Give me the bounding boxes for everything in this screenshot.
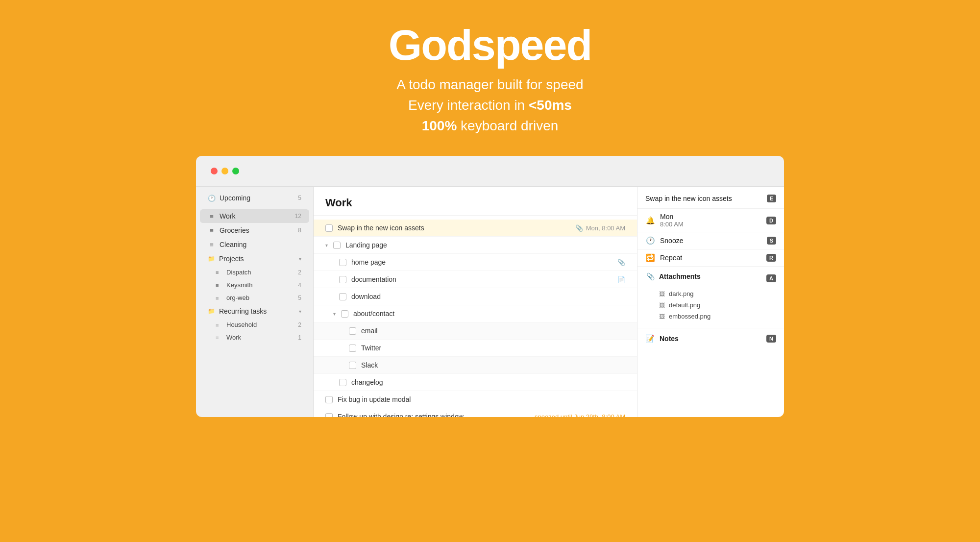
attachments-kbd[interactable]: A xyxy=(766,274,776,282)
sidebar: 🕐 Upcoming 5 ≡ Work 12 ≡ Groceries 8 xyxy=(196,187,314,417)
task-checkbox[interactable] xyxy=(349,362,356,369)
sidebar-group-recurring[interactable]: 📁 Recurring tasks ▾ xyxy=(200,304,309,318)
folder-icon-projects: 📁 xyxy=(208,255,215,262)
panel-snooze-row[interactable]: 🕐 Snooze S xyxy=(637,232,784,249)
expand-icon[interactable]: ▾ xyxy=(333,311,339,317)
app-title: Godspeed xyxy=(389,24,591,67)
sidebar-item-recurring-work[interactable]: ≡ Work 1 xyxy=(200,331,309,344)
task-checkbox[interactable] xyxy=(339,293,346,300)
sidebar-item-upcoming[interactable]: 🕐 Upcoming 5 xyxy=(200,191,309,205)
household-label: Household xyxy=(226,321,298,328)
snooze-icon: 🕐 xyxy=(645,236,655,245)
task-row[interactable]: ▾ Landing page xyxy=(314,237,637,254)
list-icon-work: ≡ xyxy=(208,213,216,220)
task-label: download xyxy=(351,293,625,300)
task-row[interactable]: Swap in the new icon assets 📎 Mon, 8:00 … xyxy=(314,220,637,237)
panel-attachments-section: 📎 Attachments A 🖼 dark.png 🖼 default.png… xyxy=(637,267,784,328)
sidebar-item-work[interactable]: ≡ Work 12 xyxy=(200,209,309,223)
keysmith-label: Keysmith xyxy=(226,281,298,289)
task-row[interactable]: download xyxy=(314,288,637,305)
task-label: Landing page xyxy=(345,241,625,249)
recurring-label: Recurring tasks xyxy=(219,307,299,315)
panel-notes-row[interactable]: 📝 Notes N xyxy=(637,328,784,349)
subtitle-keyboard: keyboard driven xyxy=(457,118,558,133)
panel-title: Swap in the new icon assets xyxy=(645,195,767,202)
task-meta-snooze: snoozed until Jun 29th, 8:00 AM xyxy=(535,413,625,418)
task-label: about/contact xyxy=(353,310,625,318)
panel-title-kbd[interactable]: E xyxy=(767,195,776,202)
household-count: 2 xyxy=(298,321,301,328)
dispatch-label: Dispatch xyxy=(226,269,298,276)
sidebar-group-projects[interactable]: 📁 Projects ▾ xyxy=(200,252,309,266)
list-icon-household: ≡ xyxy=(216,322,222,328)
task-checkbox[interactable] xyxy=(339,259,346,266)
task-checkbox[interactable] xyxy=(333,242,341,249)
snooze-label: Snooze xyxy=(660,237,683,245)
attachment-icon: 📎 xyxy=(575,224,583,232)
task-row[interactable]: changelog xyxy=(314,374,637,391)
sidebar-item-dispatch[interactable]: ≡ Dispatch 2 xyxy=(200,266,309,278)
task-row[interactable]: home page 📎 xyxy=(314,254,637,271)
minimize-button[interactable] xyxy=(221,168,228,174)
task-checkbox[interactable] xyxy=(325,413,333,418)
sidebar-nav: 🕐 Upcoming 5 ≡ Work 12 ≡ Groceries 8 xyxy=(196,187,313,417)
attachment-item-default[interactable]: 🖼 default.png xyxy=(645,299,776,311)
task-checkbox[interactable] xyxy=(349,327,356,335)
task-row[interactable]: Twitter xyxy=(314,340,637,357)
attachment-name: dark.png xyxy=(669,290,694,297)
task-row[interactable]: Slack xyxy=(314,357,637,374)
image-icon: 🖼 xyxy=(659,302,665,309)
snooze-kbd[interactable]: S xyxy=(767,237,776,245)
task-label: Slack xyxy=(361,361,625,369)
task-row[interactable]: documentation 📄 xyxy=(314,271,637,288)
keysmith-count: 4 xyxy=(298,282,301,289)
task-row[interactable]: ▾ about/contact xyxy=(314,305,637,322)
recurring-work-label: Work xyxy=(226,334,298,341)
maximize-button[interactable] xyxy=(232,168,239,174)
attachment-item-dark[interactable]: 🖼 dark.png xyxy=(645,288,776,299)
sidebar-item-groceries[interactable]: ≡ Groceries 8 xyxy=(200,223,309,237)
work-count: 12 xyxy=(295,213,301,220)
due-sublabel: 8:00 AM xyxy=(660,221,684,228)
groceries-count: 8 xyxy=(298,227,301,234)
task-row[interactable]: email xyxy=(314,322,637,340)
sidebar-item-keysmith[interactable]: ≡ Keysmith 4 xyxy=(200,279,309,291)
task-checkbox[interactable] xyxy=(325,396,333,403)
task-meta-doc: 📄 xyxy=(617,276,625,283)
task-row[interactable]: Follow up with design re: settings windo… xyxy=(314,408,637,417)
image-icon: 🖼 xyxy=(659,313,665,320)
sidebar-item-cleaning[interactable]: ≡ Cleaning xyxy=(200,238,309,251)
panel-due-row[interactable]: 🔔 Mon 8:00 AM D xyxy=(637,209,784,232)
panel-repeat-row[interactable]: 🔁 Repeat R xyxy=(637,249,784,267)
close-button[interactable] xyxy=(211,168,218,174)
repeat-kbd[interactable]: R xyxy=(766,254,776,262)
upcoming-label: Upcoming xyxy=(220,194,298,202)
main-header: Work xyxy=(314,187,637,216)
sidebar-item-household[interactable]: ≡ Household 2 xyxy=(200,319,309,331)
main-content: Work Swap in the new icon assets 📎 Mon, … xyxy=(314,187,637,417)
notes-kbd[interactable]: N xyxy=(766,335,776,343)
expand-icon[interactable]: ▾ xyxy=(325,243,331,248)
work-label: Work xyxy=(220,212,295,220)
attachment-item-embossed[interactable]: 🖼 embossed.png xyxy=(645,311,776,322)
traffic-lights xyxy=(203,161,247,181)
projects-label: Projects xyxy=(219,255,299,263)
task-checkbox[interactable] xyxy=(339,379,346,386)
orgweb-label: org-web xyxy=(226,294,298,301)
task-row[interactable]: Fix bug in update modal xyxy=(314,391,637,408)
cleaning-label: Cleaning xyxy=(220,241,301,248)
due-kbd[interactable]: D xyxy=(766,217,776,224)
task-meta-attachment: 📎 xyxy=(617,259,625,266)
title-bar xyxy=(196,156,784,187)
notes-label: Notes xyxy=(660,335,679,343)
panel-due-left: 🔔 Mon 8:00 AM xyxy=(645,213,684,228)
task-checkbox[interactable] xyxy=(349,345,356,352)
list-icon-dispatch: ≡ xyxy=(216,270,222,275)
sidebar-item-orgweb[interactable]: ≡ org-web 5 xyxy=(200,292,309,304)
task-checkbox[interactable] xyxy=(341,310,348,318)
task-checkbox[interactable] xyxy=(325,224,333,232)
main-title: Work xyxy=(325,197,625,209)
orgweb-count: 5 xyxy=(298,295,301,301)
image-icon: 🖼 xyxy=(659,291,665,297)
task-checkbox[interactable] xyxy=(339,276,346,283)
